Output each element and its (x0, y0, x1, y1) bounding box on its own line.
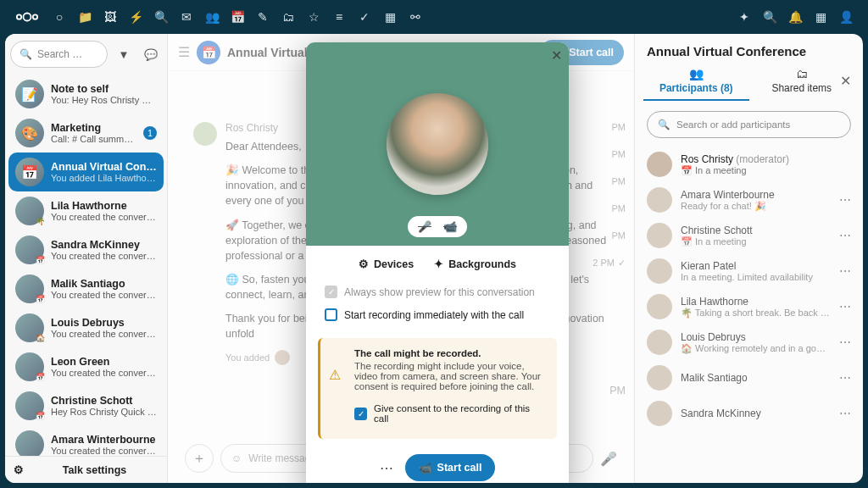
conversation-item[interactable]: Amara Winterbourne You created the conve… (8, 425, 164, 456)
header-icon[interactable]: 🔔 (783, 5, 807, 29)
emoji-icon[interactable]: ☺ (231, 452, 242, 464)
avatar (15, 430, 44, 456)
backgrounds-button[interactable]: ✦Backgrounds (434, 258, 516, 270)
conversation-item[interactable]: 📅 Sandra McKinney You created the conver… (8, 230, 164, 269)
recording-warning: ⚠ The call might be recorded. The record… (318, 338, 557, 439)
app-icon[interactable]: 🔍 (149, 5, 173, 29)
participant-status: 🌴 Taking a short break. Be back soon! (681, 308, 831, 319)
participant-item[interactable]: Sandra McKinney ⋯ (643, 396, 854, 431)
conversation-preview: You created the conversation (51, 290, 157, 300)
attach-button[interactable]: ＋ (185, 444, 214, 473)
avatar: 📅 (15, 158, 44, 186)
conversation-preview: You created the conversation (51, 212, 157, 222)
app-icon[interactable]: ✎ (251, 5, 275, 29)
more-icon[interactable]: ⋯ (839, 264, 851, 278)
sidebar-toggle-icon[interactable]: ☰ (178, 44, 190, 60)
avatar: 🎨 (15, 119, 44, 147)
microphone-icon[interactable]: 🎤 (600, 451, 617, 467)
more-icon[interactable]: ⋯ (380, 460, 393, 476)
avatar: 📝 (15, 80, 44, 108)
timestamp-column: PMPMPMPMPM2 PM✓ (583, 122, 626, 269)
more-icon[interactable]: ⋯ (839, 193, 851, 207)
more-icon[interactable]: ⋯ (839, 407, 851, 420)
tab-shared[interactable]: 🗂 Shared items (749, 67, 855, 101)
conversation-name: Louis Debruys (51, 317, 157, 329)
consent-checkbox[interactable]: ✓ Give consent to the recording of this … (354, 398, 545, 429)
always-preview-checkbox[interactable]: ✓ Always show preview for this conversat… (325, 280, 550, 303)
conversation-preview: You created the conversation (51, 446, 157, 456)
app-icon[interactable]: ✓ (353, 5, 376, 29)
header-icon[interactable]: 🔍 (758, 5, 782, 29)
start-call-button[interactable]: 📹 Start call (405, 454, 496, 481)
conversation-item[interactable]: 📅 Leon Green You created the conversatio… (8, 347, 164, 386)
app-icon[interactable]: ✉ (175, 5, 198, 29)
close-icon[interactable]: ✕ (551, 47, 562, 64)
avatar: 📅 (15, 236, 44, 264)
app-icon[interactable]: ≡ (327, 5, 351, 29)
avatar (647, 152, 672, 177)
conversation-name: Marketing (51, 122, 136, 134)
talk-settings-link[interactable]: Talk settings (31, 464, 159, 476)
participant-item[interactable]: Amara Winterbourne Ready for a chat! 🎉 ⋯ (643, 182, 854, 218)
warning-title: The call might be recorded. (354, 348, 545, 358)
conversation-preview: Call: # Call summary - … · (51, 134, 136, 144)
start-recording-checkbox[interactable]: Start recording immediately with the cal… (325, 303, 550, 326)
app-icon[interactable]: 📅 (225, 5, 249, 29)
header-icon[interactable]: 👤 (834, 5, 858, 29)
conversation-item[interactable]: 🎨 Marketing Call: # Call summary - … · 1 (8, 114, 164, 152)
svg-point-2 (33, 14, 37, 19)
more-icon[interactable]: ⋯ (839, 336, 851, 349)
warning-icon: ⚠ (329, 367, 341, 383)
conversation-item[interactable]: 📅 Christine Schott Hey Ros Christy Quick… (8, 386, 164, 425)
more-icon[interactable]: ⋯ (839, 300, 851, 313)
app-icon[interactable]: 🗂 (276, 5, 300, 29)
avatar: 🌴 (15, 197, 44, 225)
media-controls: 🎤 📹 (408, 216, 467, 237)
close-icon[interactable]: ✕ (840, 73, 851, 89)
conversation-preview: You created the conversation (51, 329, 157, 339)
checkbox-icon: ✓ (325, 286, 337, 298)
app-icon[interactable]: ▦ (378, 5, 402, 29)
chat-icon[interactable]: 💬 (140, 43, 162, 65)
devices-button[interactable]: ⚙Devices (359, 258, 414, 270)
header-icon[interactable]: ✦ (732, 5, 756, 29)
participant-item[interactable]: Lila Hawthorne 🌴 Taking a short break. B… (643, 289, 854, 324)
conversation-item[interactable]: 🏠 Louis Debruys You created the conversa… (8, 308, 164, 347)
search-placeholder: Search … (37, 48, 82, 60)
app-icon[interactable]: ☆ (302, 5, 326, 29)
participant-item[interactable]: Ros Christy (moderator) 📅 In a meeting (643, 147, 854, 182)
tab-participants[interactable]: 👥 Participants (8) (643, 67, 749, 101)
app-icon[interactable]: 👥 (200, 5, 224, 29)
app-icon[interactable]: 🖼 (98, 5, 122, 29)
participant-name: Sandra McKinney (681, 408, 831, 419)
participant-item[interactable]: Christine Schott 📅 In a meeting ⋯ (643, 218, 854, 253)
participant-item[interactable]: Kieran Patel In a meeting. Limited avail… (643, 253, 854, 289)
app-icon[interactable]: 📁 (73, 5, 97, 29)
more-icon[interactable]: ⋯ (839, 371, 851, 385)
conversation-item[interactable]: 📅 Malik Santiago You created the convers… (8, 269, 164, 308)
more-icon[interactable]: ⋯ (839, 229, 851, 242)
participant-item[interactable]: Malik Santiago ⋯ (643, 360, 854, 396)
app-icon[interactable]: ○ (47, 5, 71, 29)
filter-icon[interactable]: ▼ (113, 43, 135, 65)
app-icon[interactable]: ⚯ (403, 5, 427, 29)
camera-avatar (387, 93, 488, 195)
avatar (647, 401, 672, 426)
mic-off-icon[interactable]: 🎤 (418, 220, 431, 233)
conversation-item[interactable]: 📅 Annual Virtual Conference You added Li… (8, 152, 164, 191)
sender-avatar[interactable] (193, 122, 217, 146)
settings-icon[interactable]: ⚙ (14, 463, 24, 476)
conversation-item[interactable]: 🌴 Lila Hawthorne You created the convers… (8, 191, 164, 230)
header-icon[interactable]: ▦ (809, 5, 832, 29)
app-logo[interactable] (10, 0, 44, 34)
app-icon[interactable]: ⚡ (124, 5, 147, 29)
conversation-name: Malik Santiago (51, 278, 157, 290)
avatar (647, 187, 672, 213)
search-input[interactable]: 🔍 Search … (10, 41, 108, 68)
video-off-icon[interactable]: 📹 (443, 220, 457, 233)
participant-item[interactable]: Louis Debruys 🏠 Working remotely and in … (643, 324, 854, 360)
conversation-item[interactable]: 📝 Note to self You: Hey Ros Christy Quic… (8, 75, 164, 114)
participants-search[interactable]: 🔍 Search or add participants (647, 111, 851, 138)
avatar (647, 223, 672, 248)
participant-name: Kieran Patel (681, 260, 831, 272)
